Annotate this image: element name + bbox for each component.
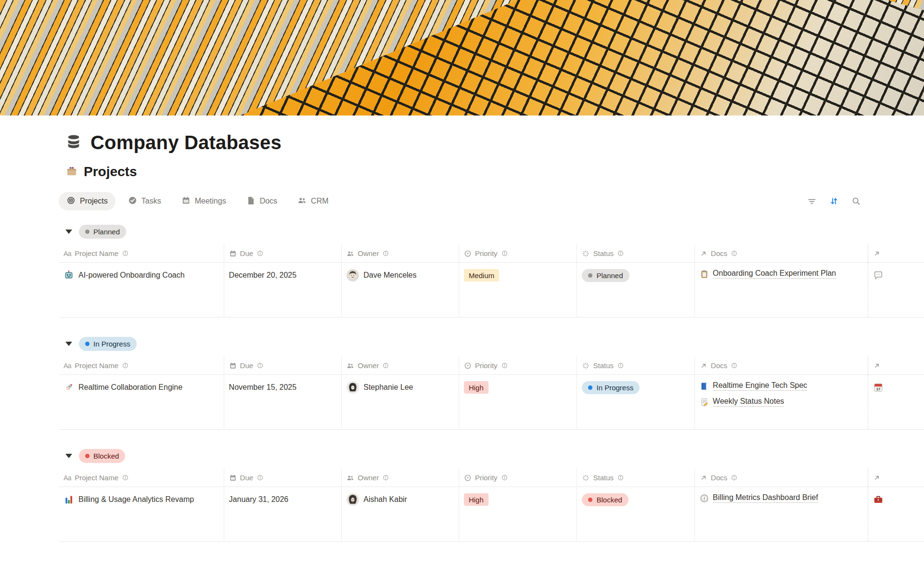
info-icon <box>122 250 128 256</box>
column-header-due[interactable]: Due <box>224 357 342 374</box>
info-icon <box>257 362 263 369</box>
view-tabs-bar: Projects Tasks <box>59 192 924 210</box>
tab-crm[interactable]: CRM <box>290 192 336 210</box>
column-header-owner[interactable]: Owner <box>341 357 459 374</box>
tab-meetings[interactable]: Meetings <box>174 192 234 210</box>
filter-icon[interactable] <box>807 196 817 206</box>
tab-label: Tasks <box>141 197 161 205</box>
group-label: Planned <box>93 228 120 236</box>
info-icon <box>617 474 624 481</box>
column-header-priority[interactable]: Priority <box>459 244 577 262</box>
page-cover-image <box>0 0 924 115</box>
column-header-cutoff[interactable] <box>868 244 924 262</box>
column-header-status[interactable]: Status <box>577 469 694 487</box>
clipboard-icon <box>700 269 709 279</box>
people-icon <box>346 250 354 257</box>
table-header: Aa Project Name Due Owner Priority <box>59 469 924 487</box>
status-pill[interactable]: In Progress <box>582 381 640 394</box>
tab-label: Projects <box>80 197 108 205</box>
info-icon <box>731 250 737 256</box>
text-property-icon: Aa <box>64 362 71 370</box>
page-title: Company Databases <box>90 132 282 154</box>
doc-link[interactable]: Weekly Status Notes <box>700 397 807 407</box>
table-row[interactable]: AI-powered Onboarding Coach December 20,… <box>59 263 924 318</box>
column-header-owner[interactable]: Owner <box>341 469 459 487</box>
relation-arrow-icon <box>700 250 707 257</box>
column-header-priority[interactable]: Priority <box>459 357 577 374</box>
group-blocked: Blocked Aa Project Name Due Owner Prior <box>59 446 924 542</box>
column-header-docs[interactable]: Docs <box>694 357 868 374</box>
column-header-docs[interactable]: Docs <box>694 244 868 262</box>
column-header-due[interactable]: Due <box>224 469 342 487</box>
toolbox-icon[interactable] <box>873 494 884 505</box>
calendar-17-icon[interactable]: 17 <box>873 382 884 393</box>
collapse-triangle-icon[interactable] <box>65 230 72 234</box>
group-pill-planned[interactable]: Planned <box>79 225 126 239</box>
doc-link[interactable]: Realtime Engine Tech Spec <box>700 381 807 391</box>
due-date[interactable]: December 20, 2025 <box>229 271 297 280</box>
people-icon <box>297 196 307 207</box>
info-icon <box>501 250 508 256</box>
project-name-link[interactable]: Billing & Usage Analytics Revamp <box>78 495 194 504</box>
column-header-priority[interactable]: Priority <box>459 469 577 487</box>
collapse-triangle-icon[interactable] <box>65 342 72 346</box>
tab-projects[interactable]: Projects <box>59 192 116 210</box>
doc-link[interactable]: Billing Metrics Dashboard Brief <box>700 493 818 503</box>
status-pill[interactable]: Planned <box>582 269 629 282</box>
calendar-icon <box>229 250 237 257</box>
column-header-owner[interactable]: Owner <box>341 244 459 262</box>
tab-label: Meetings <box>195 197 226 205</box>
priority-badge[interactable]: High <box>464 493 488 506</box>
tab-label: Docs <box>260 197 277 205</box>
info-icon <box>122 362 128 369</box>
status-spinner-icon <box>582 474 590 482</box>
table-row[interactable]: Billing & Usage Analytics Revamp January… <box>59 487 924 542</box>
project-name-link[interactable]: AI-powered Onboarding Coach <box>78 271 185 280</box>
column-header-due[interactable]: Due <box>224 244 342 262</box>
calendar-icon <box>229 474 237 482</box>
due-date[interactable]: November 15, 2025 <box>229 383 297 392</box>
database-view-title: Projects <box>84 164 137 180</box>
column-header-cutoff[interactable] <box>868 469 924 487</box>
group-in-progress: In Progress Aa Project Name Due Owner P <box>59 334 924 430</box>
robot-icon <box>64 270 74 281</box>
memo-icon <box>700 397 709 407</box>
info-icon <box>257 474 263 481</box>
search-icon[interactable] <box>851 196 861 206</box>
owner-name[interactable]: Stephanie Lee <box>363 383 413 392</box>
sort-icon[interactable] <box>829 196 839 206</box>
group-pill-blocked[interactable]: Blocked <box>79 449 125 463</box>
column-header-status[interactable]: Status <box>577 244 694 262</box>
status-dot <box>588 273 592 278</box>
priority-badge[interactable]: High <box>464 381 488 394</box>
status-pill[interactable]: Blocked <box>582 493 628 506</box>
collapse-triangle-icon[interactable] <box>65 454 72 458</box>
column-header-docs[interactable]: Docs <box>694 469 868 487</box>
cover-grid-pattern <box>0 0 924 115</box>
column-header-status[interactable]: Status <box>577 357 694 374</box>
table-row[interactable]: Realtime Collaboration Engine November 1… <box>59 375 924 430</box>
calendar-icon <box>229 362 237 370</box>
avatar <box>346 269 359 282</box>
due-date[interactable]: January 31, 2026 <box>229 495 289 504</box>
doc-link[interactable]: Onboarding Coach Experiment Plan <box>700 269 836 279</box>
bar-chart-icon <box>64 494 74 505</box>
tab-docs[interactable]: Docs <box>239 192 285 210</box>
tab-label: CRM <box>311 197 328 205</box>
people-icon <box>346 362 354 370</box>
info-icon <box>383 362 389 369</box>
info-icon <box>122 474 128 481</box>
owner-name[interactable]: Aishah Kabir <box>363 495 407 504</box>
owner-name[interactable]: Dave Menceles <box>363 271 416 280</box>
comment-bubble-icon[interactable] <box>873 270 884 281</box>
column-header-project-name[interactable]: Aa Project Name <box>59 244 224 262</box>
tab-tasks[interactable]: Tasks <box>120 192 169 210</box>
priority-badge[interactable]: Medium <box>464 269 499 282</box>
group-pill-in-progress[interactable]: In Progress <box>79 337 137 351</box>
column-header-project-name[interactable]: Aa Project Name <box>59 469 224 487</box>
column-header-project-name[interactable]: Aa Project Name <box>59 357 224 374</box>
card-box-icon <box>65 165 78 179</box>
text-property-icon: Aa <box>64 474 71 482</box>
project-name-link[interactable]: Realtime Collaboration Engine <box>78 383 182 392</box>
column-header-cutoff[interactable] <box>868 357 924 374</box>
